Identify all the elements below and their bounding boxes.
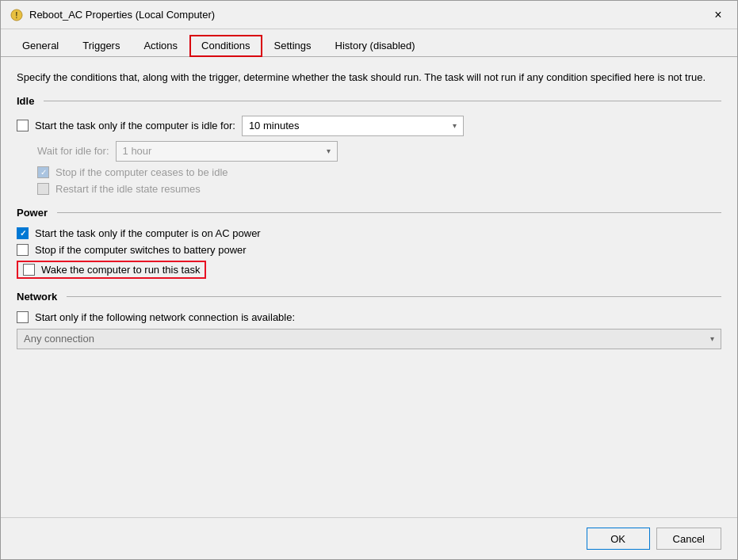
network-connection-arrow: ▾	[710, 334, 714, 343]
idle-wait-select[interactable]: 1 hour ▾	[116, 141, 338, 162]
network-row: Start only if the following network conn…	[17, 309, 721, 326]
idle-wait-row: Wait for idle for: 1 hour ▾	[17, 139, 721, 164]
network-section-label: Network	[17, 291, 721, 303]
battery-row: Stop if the computer switches to battery…	[17, 242, 721, 258]
stop-idle-checkbox[interactable]	[37, 166, 49, 178]
window-icon: !	[10, 9, 23, 21]
tab-triggers[interactable]: Triggers	[71, 35, 132, 57]
close-button[interactable]: ×	[709, 6, 728, 25]
idle-duration-value: 10 minutes	[249, 120, 300, 131]
wake-checkbox[interactable]	[23, 264, 35, 276]
svg-text:!: !	[16, 11, 18, 20]
idle-start-label: Start the task only if the computer is i…	[35, 120, 235, 131]
stop-idle-label: Stop if the computer ceases to be idle	[55, 166, 228, 178]
tab-history[interactable]: History (disabled)	[323, 35, 427, 57]
idle-wait-label: Wait for idle for:	[37, 145, 109, 157]
network-checkbox[interactable]	[17, 311, 29, 323]
tab-actions[interactable]: Actions	[132, 35, 189, 57]
tab-conditions[interactable]: Conditions	[189, 35, 262, 57]
tab-bar: General Triggers Actions Conditions Sett…	[1, 29, 737, 57]
battery-label: Stop if the computer switches to battery…	[35, 244, 247, 256]
main-window: ! Reboot_AC Properties (Local Computer) …	[0, 0, 738, 560]
idle-start-row: Start the task only if the computer is i…	[17, 113, 721, 139]
power-section-label: Power	[17, 207, 721, 219]
idle-section: Idle Start the task only if the computer…	[17, 95, 721, 197]
power-section: Power Start the task only if the compute…	[17, 207, 721, 281]
network-section: Network Start only if the following netw…	[17, 291, 721, 349]
ac-power-label: Start the task only if the computer is o…	[35, 227, 261, 239]
stop-idle-row: Stop if the computer ceases to be idle	[17, 164, 721, 181]
battery-checkbox[interactable]	[17, 244, 29, 256]
ok-button[interactable]: OK	[587, 528, 650, 550]
title-bar-left: ! Reboot_AC Properties (Local Computer)	[10, 9, 215, 21]
restart-idle-checkbox[interactable]	[37, 183, 49, 195]
title-bar: ! Reboot_AC Properties (Local Computer) …	[1, 1, 737, 29]
idle-wait-option: Wait for idle for: 1 hour ▾	[37, 141, 338, 162]
idle-wait-value: 1 hour	[123, 145, 152, 157]
content-area: Specify the conditions that, along with …	[1, 57, 737, 517]
idle-wait-arrow: ▾	[327, 147, 331, 155]
network-connection-select[interactable]: Any connection ▾	[17, 329, 721, 349]
tab-general[interactable]: General	[10, 35, 71, 57]
restart-idle-row: Restart if the idle state resumes	[17, 181, 721, 197]
idle-duration-select[interactable]: 10 minutes ▾	[242, 116, 464, 136]
cancel-button[interactable]: Cancel	[656, 528, 721, 550]
wake-highlight-box: Wake the computer to run this task	[17, 261, 206, 279]
idle-section-label: Idle	[17, 95, 721, 107]
network-label: Start only if the following network conn…	[35, 311, 295, 323]
description-text: Specify the conditions that, along with …	[17, 70, 721, 86]
ac-power-row: Start the task only if the computer is o…	[17, 225, 721, 242]
idle-start-checkbox[interactable]	[17, 120, 29, 131]
ac-power-checkbox[interactable]	[17, 227, 29, 239]
footer: OK Cancel	[1, 517, 737, 559]
network-connection-value: Any connection	[24, 333, 94, 345]
idle-duration-arrow: ▾	[453, 121, 457, 130]
window-title: Reboot_AC Properties (Local Computer)	[29, 9, 215, 21]
wake-row: Wake the computer to run this task	[17, 258, 721, 281]
restart-idle-label: Restart if the idle state resumes	[55, 183, 201, 195]
wake-label: Wake the computer to run this task	[41, 264, 200, 276]
tab-settings[interactable]: Settings	[262, 35, 323, 57]
idle-start-option: Start the task only if the computer is i…	[17, 116, 464, 136]
